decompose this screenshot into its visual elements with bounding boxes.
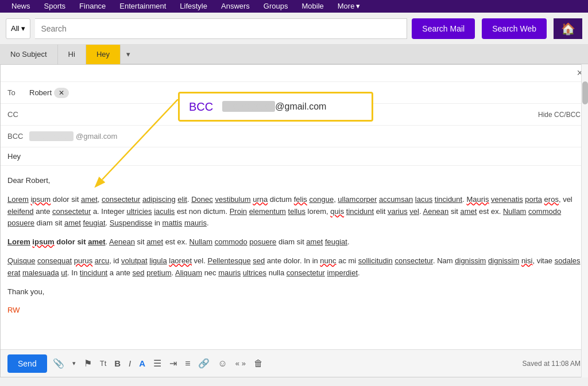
nav-item-news[interactable]: News	[5, 0, 37, 13]
font-color-button[interactable]: A	[137, 356, 148, 371]
search-web-button[interactable]: Search Web	[482, 18, 547, 39]
tab-hi[interactable]: Hi	[58, 45, 86, 64]
body-paragraph-3: Quisque consequat purus arcu, id volutpa…	[7, 255, 581, 279]
nav-item-answers[interactable]: Answers	[214, 0, 257, 13]
align-button[interactable]: ≡	[183, 356, 192, 371]
home-icon: 🏠	[561, 22, 575, 36]
search-filter-arrow: ▾	[21, 24, 25, 33]
body-paragraph-2: Lorem ipsum dolor sit amet. Aenean sit a…	[7, 236, 581, 248]
tab-hey[interactable]: Hey	[86, 45, 121, 64]
search-filter-label: All	[11, 24, 19, 33]
bcc-email-blurred: xxxxxxxxxx	[29, 131, 74, 141]
bcc-popup-label: BCC	[189, 100, 213, 114]
nav-item-finance[interactable]: Finance	[72, 0, 113, 13]
bcc-email-domain: @gmail.com	[76, 132, 117, 141]
sign-off: Thank you,	[7, 286, 581, 298]
flag-button[interactable]: ⚑	[82, 356, 94, 371]
subject-value: Hey	[7, 152, 21, 161]
body-paragraph-1: Lorem ipsum dolor sit amet, consectetur …	[7, 194, 581, 229]
search-bar: All ▾ Search Mail Search Web 🏠	[0, 13, 588, 45]
greeting: Dear Robert,	[7, 175, 581, 187]
more-dropdown-arrow: ▾	[356, 0, 360, 13]
search-mail-button[interactable]: Search Mail	[412, 18, 475, 39]
send-button[interactable]: Send	[7, 354, 47, 373]
quote-button[interactable]: « »	[233, 357, 248, 370]
tab-no-subject[interactable]: No Subject	[0, 45, 58, 64]
home-button[interactable]: 🏠	[554, 18, 582, 39]
bcc-popup-domain: @gmail.com	[275, 102, 326, 111]
search-input[interactable]	[35, 18, 407, 39]
bcc-highlight-popup: BCC xxxxxxxxxx@gmail.com	[178, 92, 373, 122]
attach-arrow-button[interactable]: ▾	[70, 357, 78, 369]
delete-button[interactable]: 🗑	[252, 356, 265, 371]
text-format-button[interactable]: Tt	[98, 357, 109, 370]
emoji-button[interactable]: ☺	[215, 356, 229, 371]
list-button[interactable]: ☰	[151, 356, 164, 371]
bcc-label: BCC	[7, 132, 25, 141]
email-form-header: ×	[1, 65, 587, 82]
search-input-wrapper	[35, 18, 407, 39]
bold-button[interactable]: B	[112, 356, 123, 371]
nav-bar: News Sports Finance Entertainment Lifest…	[0, 0, 588, 13]
indent-button[interactable]: ⇥	[167, 356, 179, 371]
italic-button[interactable]: I	[126, 356, 133, 371]
email-body[interactable]: Dear Robert, Lorem ipsum dolor sit amet,…	[1, 166, 587, 349]
scrollbar[interactable]	[581, 64, 588, 377]
subject-row: Hey	[1, 147, 587, 166]
signature: RW	[7, 305, 581, 317]
to-chip: ✕	[54, 88, 69, 98]
bcc-popup-blurred: xxxxxxxxxx	[222, 101, 275, 112]
cc-label: CC	[7, 110, 25, 119]
to-label: To	[7, 88, 25, 97]
nav-item-entertainment[interactable]: Entertainment	[113, 0, 173, 13]
nav-item-groups[interactable]: Groups	[257, 0, 295, 13]
nav-item-mobile[interactable]: Mobile	[295, 0, 330, 13]
search-filter-select[interactable]: All ▾	[6, 18, 30, 39]
bcc-row[interactable]: BCC xxxxxxxxxx @gmail.com	[1, 126, 587, 147]
link-button[interactable]: 🔗	[196, 356, 212, 371]
nav-item-more[interactable]: More ▾	[331, 0, 368, 13]
to-value: Robert	[29, 88, 52, 97]
saved-status: Saved at 11:08 AM	[523, 360, 581, 368]
compose-tabs: No Subject Hi Hey ▾	[0, 45, 588, 64]
compose-area: No Subject Hi Hey ▾ × To Robert ✕ CC Hid…	[0, 45, 588, 377]
attach-button[interactable]: 📎	[51, 356, 67, 371]
nav-item-lifestyle[interactable]: Lifestyle	[173, 0, 214, 13]
compose-toolbar: Send 📎 ▾ ⚑ Tt B I A ☰ ⇥ ≡ 🔗 ☺ « » 🗑 Save…	[1, 349, 587, 377]
hide-cc-bcc-button[interactable]: Hide CC/BCC	[538, 111, 581, 119]
scrollbar-thumb[interactable]	[582, 81, 588, 104]
tab-dropdown-arrow[interactable]: ▾	[121, 45, 136, 64]
bcc-popup-email: xxxxxxxxxx@gmail.com	[222, 102, 326, 112]
nav-item-sports[interactable]: Sports	[37, 0, 73, 13]
